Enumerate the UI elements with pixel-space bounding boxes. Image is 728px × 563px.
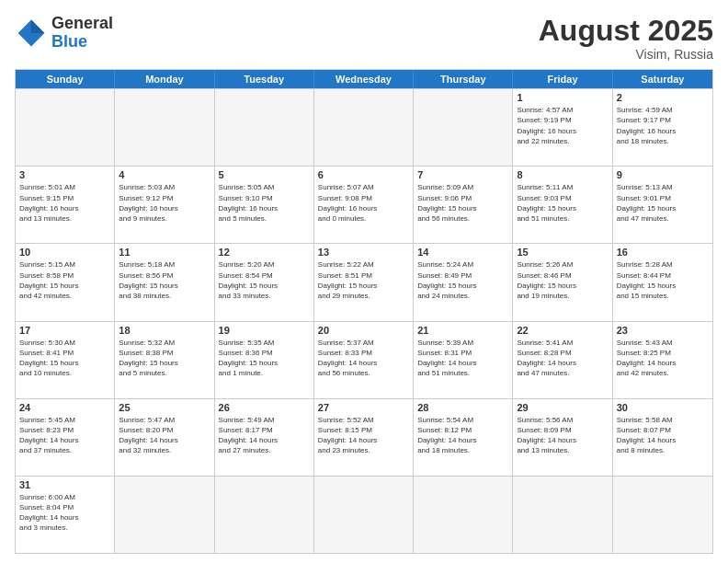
calendar-cell bbox=[215, 477, 314, 553]
calendar-cell: 5Sunrise: 5:05 AM Sunset: 9:10 PM Daylig… bbox=[215, 167, 314, 243]
day-number: 11 bbox=[119, 247, 210, 258]
day-info: Sunrise: 5:15 AM Sunset: 8:58 PM Dayligh… bbox=[19, 259, 110, 301]
day-info: Sunrise: 5:39 AM Sunset: 8:31 PM Dayligh… bbox=[417, 338, 508, 379]
day-number: 20 bbox=[318, 325, 409, 336]
calendar-row: 24Sunrise: 5:45 AM Sunset: 8:23 PM Dayli… bbox=[16, 398, 712, 476]
day-number: 12 bbox=[219, 247, 310, 258]
day-number: 13 bbox=[318, 247, 409, 258]
calendar-cell: 9Sunrise: 5:13 AM Sunset: 9:01 PM Daylig… bbox=[613, 167, 712, 243]
calendar-cell: 7Sunrise: 5:09 AM Sunset: 9:06 PM Daylig… bbox=[414, 167, 513, 243]
calendar-row: 31Sunrise: 6:00 AM Sunset: 8:04 PM Dayli… bbox=[16, 476, 712, 553]
calendar-cell bbox=[215, 89, 314, 166]
calendar-cell: 19Sunrise: 5:35 AM Sunset: 8:36 PM Dayli… bbox=[215, 322, 314, 398]
day-info: Sunrise: 5:26 AM Sunset: 8:46 PM Dayligh… bbox=[517, 259, 608, 301]
calendar-cell: 28Sunrise: 5:54 AM Sunset: 8:12 PM Dayli… bbox=[414, 399, 513, 476]
day-info: Sunrise: 5:41 AM Sunset: 8:28 PM Dayligh… bbox=[517, 338, 608, 379]
weekday-header: Wednesday bbox=[314, 70, 414, 88]
day-number: 8 bbox=[517, 169, 608, 180]
calendar-cell: 17Sunrise: 5:30 AM Sunset: 8:41 PM Dayli… bbox=[16, 322, 115, 398]
calendar-cell: 22Sunrise: 5:41 AM Sunset: 8:28 PM Dayli… bbox=[513, 322, 612, 398]
day-number: 4 bbox=[119, 169, 210, 180]
day-number: 25 bbox=[119, 402, 210, 413]
day-info: Sunrise: 5:35 AM Sunset: 8:36 PM Dayligh… bbox=[219, 338, 310, 379]
calendar-cell: 11Sunrise: 5:18 AM Sunset: 8:56 PM Dayli… bbox=[115, 244, 214, 320]
calendar-cell: 4Sunrise: 5:03 AM Sunset: 9:12 PM Daylig… bbox=[115, 167, 214, 243]
calendar-row: 17Sunrise: 5:30 AM Sunset: 8:41 PM Dayli… bbox=[16, 321, 712, 398]
day-info: Sunrise: 5:30 AM Sunset: 8:41 PM Dayligh… bbox=[19, 338, 110, 379]
calendar-cell bbox=[314, 89, 414, 166]
calendar-cell: 26Sunrise: 5:49 AM Sunset: 8:17 PM Dayli… bbox=[215, 399, 314, 476]
day-info: Sunrise: 5:49 AM Sunset: 8:17 PM Dayligh… bbox=[219, 415, 310, 456]
calendar-cell: 16Sunrise: 5:28 AM Sunset: 8:44 PM Dayli… bbox=[613, 244, 712, 320]
day-info: Sunrise: 5:54 AM Sunset: 8:12 PM Dayligh… bbox=[417, 415, 508, 456]
calendar-cell: 13Sunrise: 5:22 AM Sunset: 8:51 PM Dayli… bbox=[314, 244, 414, 320]
calendar-cell: 6Sunrise: 5:07 AM Sunset: 9:08 PM Daylig… bbox=[314, 167, 414, 243]
weekday-header: Sunday bbox=[16, 70, 115, 88]
weekday-header: Friday bbox=[513, 70, 612, 88]
day-number: 29 bbox=[517, 402, 608, 413]
day-number: 3 bbox=[19, 169, 110, 180]
day-info: Sunrise: 5:11 AM Sunset: 9:03 PM Dayligh… bbox=[517, 182, 608, 224]
calendar-row: 10Sunrise: 5:15 AM Sunset: 8:58 PM Dayli… bbox=[16, 243, 712, 320]
calendar-cell: 20Sunrise: 5:37 AM Sunset: 8:33 PM Dayli… bbox=[314, 322, 414, 398]
month-title: August 2025 bbox=[539, 15, 713, 47]
day-info: Sunrise: 5:47 AM Sunset: 8:20 PM Dayligh… bbox=[119, 415, 210, 456]
logo-blue: Blue bbox=[51, 33, 113, 52]
calendar-cell bbox=[414, 477, 513, 553]
calendar-cell: 31Sunrise: 6:00 AM Sunset: 8:04 PM Dayli… bbox=[16, 477, 115, 553]
weekday-header: Saturday bbox=[613, 70, 712, 88]
day-info: Sunrise: 5:43 AM Sunset: 8:25 PM Dayligh… bbox=[617, 338, 709, 379]
calendar-row: 3Sunrise: 5:01 AM Sunset: 9:15 PM Daylig… bbox=[16, 166, 712, 243]
day-number: 9 bbox=[617, 169, 709, 180]
calendar-cell bbox=[115, 89, 214, 166]
day-info: Sunrise: 5:45 AM Sunset: 8:23 PM Dayligh… bbox=[19, 415, 110, 456]
calendar-cell: 30Sunrise: 5:58 AM Sunset: 8:07 PM Dayli… bbox=[613, 399, 712, 476]
day-number: 22 bbox=[517, 325, 608, 336]
calendar-cell: 8Sunrise: 5:11 AM Sunset: 9:03 PM Daylig… bbox=[513, 167, 612, 243]
day-info: Sunrise: 5:05 AM Sunset: 9:10 PM Dayligh… bbox=[219, 182, 310, 224]
logo: General Blue bbox=[15, 15, 113, 52]
calendar-cell bbox=[115, 477, 214, 553]
calendar-cell: 27Sunrise: 5:52 AM Sunset: 8:15 PM Dayli… bbox=[314, 399, 414, 476]
day-info: Sunrise: 4:59 AM Sunset: 9:17 PM Dayligh… bbox=[617, 105, 709, 146]
day-number: 23 bbox=[617, 325, 709, 336]
day-info: Sunrise: 5:07 AM Sunset: 9:08 PM Dayligh… bbox=[318, 182, 409, 224]
day-number: 18 bbox=[119, 325, 210, 336]
calendar-cell bbox=[16, 89, 115, 166]
day-number: 15 bbox=[517, 247, 608, 258]
calendar-cell: 23Sunrise: 5:43 AM Sunset: 8:25 PM Dayli… bbox=[613, 322, 712, 398]
day-info: Sunrise: 5:22 AM Sunset: 8:51 PM Dayligh… bbox=[318, 259, 409, 301]
svg-marker-1 bbox=[31, 19, 44, 32]
day-number: 31 bbox=[19, 479, 110, 490]
day-number: 19 bbox=[219, 325, 310, 336]
day-number: 6 bbox=[318, 169, 409, 180]
calendar-cell: 14Sunrise: 5:24 AM Sunset: 8:49 PM Dayli… bbox=[414, 244, 513, 320]
calendar-row: 1Sunrise: 4:57 AM Sunset: 9:19 PM Daylig… bbox=[16, 88, 712, 166]
calendar-cell: 12Sunrise: 5:20 AM Sunset: 8:54 PM Dayli… bbox=[215, 244, 314, 320]
day-info: Sunrise: 5:32 AM Sunset: 8:38 PM Dayligh… bbox=[119, 338, 210, 379]
calendar-cell: 1Sunrise: 4:57 AM Sunset: 9:19 PM Daylig… bbox=[513, 89, 612, 166]
calendar-cell: 10Sunrise: 5:15 AM Sunset: 8:58 PM Dayli… bbox=[16, 244, 115, 320]
calendar-cell: 24Sunrise: 5:45 AM Sunset: 8:23 PM Dayli… bbox=[16, 399, 115, 476]
day-info: Sunrise: 5:20 AM Sunset: 8:54 PM Dayligh… bbox=[219, 259, 310, 301]
calendar-cell bbox=[613, 477, 712, 553]
day-number: 16 bbox=[617, 247, 709, 258]
calendar-body: 1Sunrise: 4:57 AM Sunset: 9:19 PM Daylig… bbox=[16, 88, 712, 553]
page: General Blue August 2025 Visim, Russia S… bbox=[0, 0, 728, 563]
weekday-header: Thursday bbox=[414, 70, 513, 88]
calendar-cell bbox=[314, 477, 414, 553]
day-number: 2 bbox=[617, 92, 709, 103]
calendar-cell: 25Sunrise: 5:47 AM Sunset: 8:20 PM Dayli… bbox=[115, 399, 214, 476]
day-number: 28 bbox=[417, 402, 508, 413]
location: Visim, Russia bbox=[539, 47, 713, 62]
day-number: 14 bbox=[417, 247, 508, 258]
weekday-header: Tuesday bbox=[215, 70, 314, 88]
calendar-cell: 2Sunrise: 4:59 AM Sunset: 9:17 PM Daylig… bbox=[613, 89, 712, 166]
header: General Blue August 2025 Visim, Russia bbox=[15, 15, 713, 62]
calendar-cell: 21Sunrise: 5:39 AM Sunset: 8:31 PM Dayli… bbox=[414, 322, 513, 398]
calendar-cell: 29Sunrise: 5:56 AM Sunset: 8:09 PM Dayli… bbox=[513, 399, 612, 476]
day-number: 5 bbox=[219, 169, 310, 180]
day-number: 10 bbox=[19, 247, 110, 258]
calendar-cell: 3Sunrise: 5:01 AM Sunset: 9:15 PM Daylig… bbox=[16, 167, 115, 243]
day-number: 26 bbox=[219, 402, 310, 413]
